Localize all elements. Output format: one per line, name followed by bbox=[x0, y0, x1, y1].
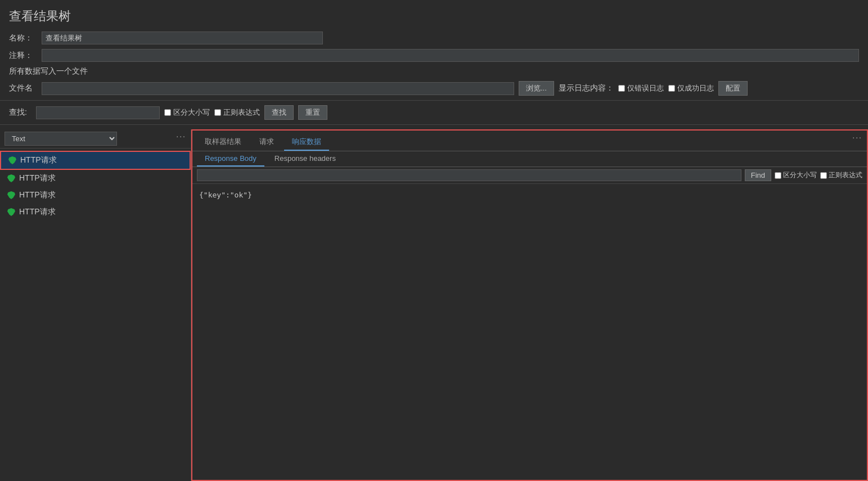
error-only-checkbox-label[interactable]: 仅错误日志 bbox=[618, 83, 664, 93]
log-content-label: 显示日志内容： bbox=[559, 83, 614, 93]
right-panel: ··· 取样器结果 请求 响应数据 Response Body Response… bbox=[191, 129, 868, 481]
find-row: Find 区分大小写 正则表达式 bbox=[192, 167, 867, 184]
config-button[interactable]: 配置 bbox=[718, 81, 748, 96]
text-dropdown-row: Text JSON XML HTML ··· bbox=[0, 129, 191, 149]
comment-input[interactable] bbox=[42, 49, 859, 62]
shield-icon-4 bbox=[7, 208, 16, 217]
file-row: 文件名 浏览... 显示日志内容： 仅错误日志 仅成功日志 配置 bbox=[0, 79, 868, 98]
sub-tab-headers[interactable]: Response headers bbox=[267, 151, 344, 167]
search-input[interactable] bbox=[36, 106, 160, 119]
case-sensitive-label[interactable]: 区分大小写 bbox=[164, 107, 210, 118]
tree-item-4[interactable]: HTTP请求 bbox=[0, 204, 191, 221]
find-regex-text: 正则表达式 bbox=[829, 170, 862, 180]
shield-icon-1 bbox=[8, 156, 17, 165]
filename-label: 文件名 bbox=[9, 83, 37, 93]
shield-icon-3 bbox=[7, 191, 16, 200]
tab-request[interactable]: 请求 bbox=[251, 134, 282, 151]
right-panel-more-icon[interactable]: ··· bbox=[852, 133, 862, 142]
find-regex-checkbox[interactable] bbox=[820, 172, 827, 179]
success-only-checkbox[interactable] bbox=[668, 85, 675, 92]
find-case-text: 区分大小写 bbox=[783, 170, 817, 180]
page-title: 查看结果树 bbox=[0, 6, 868, 29]
find-input[interactable] bbox=[197, 169, 741, 181]
regex-text: 正则表达式 bbox=[223, 107, 260, 118]
left-panel-more-icon[interactable]: ··· bbox=[176, 132, 186, 141]
text-dropdown[interactable]: Text JSON XML HTML bbox=[5, 132, 117, 146]
regex-label[interactable]: 正则表达式 bbox=[214, 107, 260, 118]
comment-row: 注释： bbox=[0, 47, 868, 64]
find-regex-label[interactable]: 正则表达式 bbox=[820, 170, 862, 180]
find-btn[interactable]: Find bbox=[745, 169, 771, 181]
all-data-label: 所有数据写入一个文件 bbox=[9, 66, 88, 77]
reset-button[interactable]: 重置 bbox=[298, 105, 327, 120]
tree-item-label-2: HTTP请求 bbox=[19, 173, 56, 183]
tree-list: HTTP请求 HTTP请求 HTTP请求 bbox=[0, 149, 191, 481]
find-button[interactable]: 查找 bbox=[264, 105, 294, 120]
search-label: 查找: bbox=[9, 107, 32, 118]
error-only-checkbox[interactable] bbox=[618, 85, 625, 92]
success-only-label: 仅成功日志 bbox=[677, 83, 714, 93]
success-only-checkbox-label[interactable]: 仅成功日志 bbox=[668, 83, 714, 93]
case-sensitive-checkbox[interactable] bbox=[164, 109, 171, 116]
find-case-label[interactable]: 区分大小写 bbox=[775, 170, 817, 180]
case-sensitive-text: 区分大小写 bbox=[173, 107, 210, 118]
tree-item-1[interactable]: HTTP请求 bbox=[0, 151, 191, 170]
tree-item-label-3: HTTP请求 bbox=[19, 190, 56, 200]
all-data-row: 所有数据写入一个文件 bbox=[0, 64, 868, 79]
filename-input[interactable] bbox=[42, 82, 514, 95]
sub-tabs-row: Response Body Response headers bbox=[192, 151, 867, 167]
find-case-checkbox[interactable] bbox=[775, 172, 781, 179]
browse-button[interactable]: 浏览... bbox=[519, 81, 554, 96]
name-input[interactable] bbox=[42, 32, 323, 44]
tree-item-label-1: HTTP请求 bbox=[20, 155, 57, 165]
error-only-label: 仅错误日志 bbox=[627, 83, 664, 93]
tab-response[interactable]: 响应数据 bbox=[284, 134, 329, 151]
main-content: Text JSON XML HTML ··· HTTP请求 bbox=[0, 129, 868, 481]
search-row: 查找: 区分大小写 正则表达式 查找 重置 bbox=[0, 103, 868, 122]
tabs-row: 取样器结果 请求 响应数据 bbox=[192, 131, 867, 151]
tree-item-label-4: HTTP请求 bbox=[19, 207, 56, 217]
name-label: 名称： bbox=[9, 33, 37, 43]
tree-item-3[interactable]: HTTP请求 bbox=[0, 187, 191, 204]
left-panel: Text JSON XML HTML ··· HTTP请求 bbox=[0, 129, 191, 481]
regex-checkbox[interactable] bbox=[214, 109, 221, 116]
response-body: {"key":"ok"} bbox=[192, 184, 867, 480]
shield-icon-2 bbox=[7, 174, 16, 183]
sub-tab-body[interactable]: Response Body bbox=[197, 151, 264, 167]
tree-item-2[interactable]: HTTP请求 bbox=[0, 170, 191, 187]
name-row: 名称： bbox=[0, 29, 868, 47]
comment-label: 注释： bbox=[9, 51, 37, 61]
tab-sampler[interactable]: 取样器结果 bbox=[197, 134, 249, 151]
